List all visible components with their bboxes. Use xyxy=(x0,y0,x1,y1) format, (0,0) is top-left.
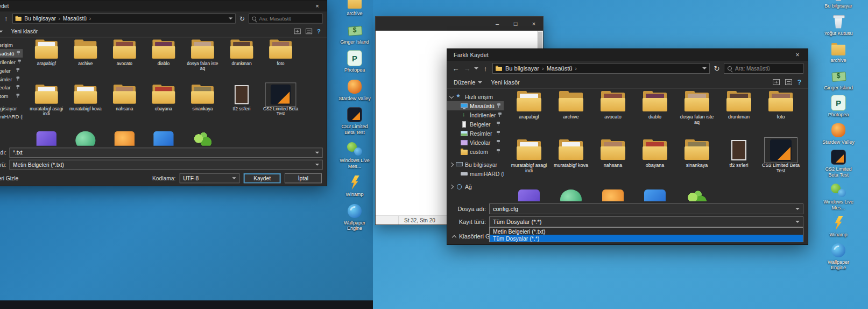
file-item[interactable]: CS2 Limited Beta Test xyxy=(760,139,802,187)
title-bar[interactable]: Farklı Kaydet × xyxy=(447,49,808,61)
notepad-titlebar[interactable]: – □ × xyxy=(376,17,543,31)
file-item[interactable]: dosya falan iste aq xyxy=(183,39,222,83)
file-item-partial[interactable] xyxy=(27,130,66,146)
file-item[interactable]: avocato xyxy=(105,39,144,83)
desktop-icon[interactable]: Windows Live Mes... xyxy=(337,141,372,169)
file-item[interactable]: tf2 ss'leri xyxy=(718,139,760,187)
expander-chevron-icon[interactable] xyxy=(449,96,454,98)
sidebar-item[interactable]: Belgeler xyxy=(0,66,23,75)
up-button[interactable]: ↑ xyxy=(2,15,10,22)
file-item-partial[interactable] xyxy=(634,188,676,201)
view-grid-icon[interactable] xyxy=(294,29,300,34)
file-item[interactable]: sinankaya xyxy=(676,139,718,187)
chevron-down-icon[interactable] xyxy=(795,208,800,210)
file-item[interactable]: arapabigf xyxy=(508,91,550,138)
dropdown-option[interactable]: Tüm Dosyalar (*.*) xyxy=(490,235,803,242)
sidebar-item[interactable]: custom xyxy=(0,92,23,100)
sidebar-item[interactable]: custom xyxy=(447,147,504,156)
cancel-button[interactable]: İptal xyxy=(285,173,322,184)
sidebar-item[interactable]: Belgeler xyxy=(447,120,504,129)
filetype-select[interactable]: Tüm Dosyalar (*.*) xyxy=(489,216,803,227)
sidebar-item[interactable]: Bu bilgisayar xyxy=(447,160,504,169)
file-item[interactable]: arapabigf xyxy=(27,39,66,83)
organize-button[interactable]: Düzenle xyxy=(454,79,482,86)
breadcrumb-item[interactable]: Bu bilgisayar xyxy=(24,16,62,22)
refresh-button[interactable]: ↻ xyxy=(238,15,246,22)
new-folder-button[interactable]: Yeni klasör xyxy=(491,79,519,86)
file-item-partial[interactable] xyxy=(66,130,105,146)
sidebar-item[interactable]: mamiHARD (D:) xyxy=(447,169,504,178)
sidebar-item[interactable]: Hızlı erişim xyxy=(447,92,504,101)
refresh-button[interactable]: ↻ xyxy=(712,65,721,72)
file-item[interactable]: sinankaya xyxy=(183,85,222,129)
close-button[interactable]: × xyxy=(308,1,327,11)
sidebar-item[interactable]: İndirilenler xyxy=(0,58,23,66)
organize-button[interactable]: Düzenle xyxy=(0,29,3,34)
file-item[interactable]: foto xyxy=(760,91,802,138)
file-item-partial[interactable] xyxy=(105,130,144,146)
encoding-select[interactable]: UTF-8 xyxy=(180,173,240,184)
desktop-icon[interactable]: Winamp xyxy=(829,215,848,238)
chevron-down-icon[interactable] xyxy=(315,164,319,166)
file-item-partial[interactable] xyxy=(183,130,222,146)
up-button[interactable]: ↑ xyxy=(481,65,490,72)
file-item[interactable]: nahsana xyxy=(592,139,634,187)
desktop-icon[interactable]: CS2 Limited Beta Test xyxy=(337,107,372,135)
file-item[interactable]: CS2 Limited Beta Test xyxy=(261,85,300,129)
file-item-partial[interactable] xyxy=(592,188,634,201)
address-bar[interactable]: Bu bilgisayarMasaüstü xyxy=(492,63,710,74)
file-item[interactable]: diablo xyxy=(634,91,676,138)
file-item[interactable]: muratabigf kova xyxy=(66,85,105,129)
forward-button[interactable]: → xyxy=(463,65,471,72)
desktop-icon[interactable]: Wallpaper Engine xyxy=(821,242,856,271)
file-item[interactable]: drunkman xyxy=(718,91,760,138)
file-item-partial[interactable] xyxy=(508,188,550,201)
sidebar-item[interactable]: Ağ xyxy=(0,124,23,133)
expander-chevron-icon[interactable] xyxy=(449,185,454,188)
save-button[interactable]: Kaydet xyxy=(244,173,281,184)
new-folder-button[interactable]: Yeni klasör xyxy=(11,29,38,34)
file-item[interactable]: archive xyxy=(550,91,592,138)
taskbar[interactable] xyxy=(0,300,373,309)
hide-folders-button[interactable]: Klasörleri Gizle xyxy=(0,175,18,181)
chevron-down-icon[interactable] xyxy=(232,177,236,179)
breadcrumb-item[interactable]: Masaüstü xyxy=(547,65,580,72)
breadcrumb-item[interactable]: Bu bilgisayar xyxy=(505,65,547,72)
search-box[interactable]: Ara: Masaüstü xyxy=(724,63,803,74)
sidebar-item[interactable]: Hızlı erişim xyxy=(0,40,23,49)
sidebar-item[interactable]: Bu bilgisayar xyxy=(0,104,23,113)
dropdown-option[interactable]: Metin Belgeleri (*.txt) xyxy=(490,228,803,235)
file-item[interactable]: avocato xyxy=(592,91,634,138)
desktop-icon[interactable]: Stardew Valley xyxy=(338,79,370,102)
filename-input[interactable]: config.cfg xyxy=(489,203,803,214)
file-item-partial[interactable] xyxy=(676,188,718,201)
desktop-icon[interactable]: Ginger Island xyxy=(340,22,369,45)
view-list-icon[interactable] xyxy=(785,79,792,85)
desktop-icon[interactable]: Winamp xyxy=(345,174,364,198)
desktop-icon[interactable]: Photopea xyxy=(828,95,849,118)
file-item[interactable]: muratabigf kova xyxy=(550,139,592,187)
expander-chevron-icon[interactable] xyxy=(449,163,454,166)
history-chevron-icon[interactable] xyxy=(474,67,478,69)
search-box[interactable]: Ara: Masaüstü xyxy=(249,13,323,24)
desktop-icon[interactable]: CS2 Limited Beta Test xyxy=(821,149,856,178)
file-item[interactable]: tf2 ss'leri xyxy=(222,85,262,129)
desktop-icon[interactable]: Photopea xyxy=(344,50,365,73)
help-button[interactable]: ? xyxy=(317,28,321,35)
file-item[interactable]: obayana xyxy=(634,139,676,187)
desktop-icon[interactable]: Windows Live Mes... xyxy=(821,182,856,210)
file-item[interactable]: obayana xyxy=(144,85,184,129)
desktop-icon[interactable]: archive xyxy=(345,0,364,17)
view-grid-icon[interactable] xyxy=(773,79,780,85)
file-item[interactable]: foto xyxy=(261,39,300,83)
file-item[interactable]: drunkman xyxy=(222,39,262,83)
desktop-icon[interactable]: Yoğut Kutusu xyxy=(824,13,852,37)
sidebar-item[interactable]: Resimler xyxy=(0,75,23,83)
chevron-down-icon[interactable] xyxy=(229,18,232,20)
sidebar-item[interactable]: Ağ xyxy=(447,182,504,191)
file-item[interactable]: muratabigf asagi indi xyxy=(508,139,550,187)
desktop-icon[interactable]: Ginger Island xyxy=(824,68,853,91)
sidebar-item[interactable]: mamiHARD (D:) xyxy=(0,112,23,121)
file-item-partial[interactable] xyxy=(550,188,592,201)
chevron-down-icon[interactable] xyxy=(702,67,707,69)
